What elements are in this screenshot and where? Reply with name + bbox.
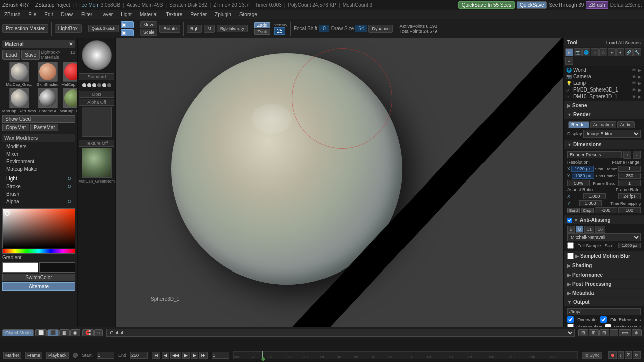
metadata-header[interactable]: ▶ Metadata bbox=[564, 289, 644, 297]
render-icon-sphere[interactable]: ▶ bbox=[637, 87, 642, 93]
intensity-value[interactable]: 25 bbox=[274, 27, 285, 35]
frame-button[interactable]: Frame bbox=[25, 352, 42, 359]
aa-btn-11[interactable]: 11 bbox=[584, 226, 594, 233]
aa-btn-16[interactable]: 16 bbox=[595, 226, 605, 233]
aa-section-header[interactable]: ▼ Anti-Aliasing bbox=[564, 216, 644, 224]
draw-size-value[interactable]: 64 bbox=[355, 25, 367, 32]
aspect-x-val[interactable]: 1.000 bbox=[583, 193, 606, 199]
modifier-icon[interactable]: 🔧 bbox=[633, 48, 641, 56]
render-tab[interactable]: Render bbox=[568, 121, 589, 128]
pivot-btn[interactable]: ⊕ bbox=[632, 329, 642, 336]
record-btn[interactable]: ⏺ bbox=[608, 351, 617, 359]
presets-add-icon[interactable]: + bbox=[623, 151, 631, 159]
menu-render[interactable]: Render bbox=[188, 11, 209, 18]
cache-result-checkbox[interactable] bbox=[605, 324, 611, 327]
render-icon-world[interactable]: ▶ bbox=[637, 68, 642, 73]
end-frame-input[interactable] bbox=[130, 352, 148, 359]
rgb-intensity-button[interactable]: Rgb Intensity bbox=[217, 25, 248, 32]
camera-item[interactable]: 📷 Camera 👁 ▶ bbox=[564, 73, 644, 80]
scene-section-header[interactable]: ▶ Scene bbox=[564, 101, 644, 110]
post-processing-header[interactable]: ▶ Post Processing bbox=[564, 280, 644, 288]
eye-icon-dm10[interactable]: 👁 bbox=[631, 94, 637, 99]
zsub-button[interactable]: Zsub bbox=[254, 29, 271, 35]
light-menu-item[interactable]: Light ↻ bbox=[2, 175, 75, 183]
mat-item-2[interactable]: SkinShaded bbox=[37, 62, 58, 87]
axis-lock-btn[interactable]: ⟂ bbox=[610, 329, 618, 336]
render-icon[interactable]: ▶ bbox=[565, 48, 573, 56]
object-icon[interactable]: ○ bbox=[591, 48, 599, 56]
frame-drop-btn[interactable]: ⧖ bbox=[625, 351, 632, 359]
alpha-refresh-icon[interactable]: ↻ bbox=[67, 199, 71, 204]
wax-modifiers-section[interactable]: Wax Modifiers bbox=[2, 134, 75, 142]
frame-rate-val[interactable]: 24 fps bbox=[618, 193, 641, 199]
eye-icon-camera[interactable]: 👁 bbox=[631, 74, 637, 79]
viewport[interactable]: Sphere3D_1 bbox=[116, 38, 564, 327]
mat-item-3[interactable]: MatCap Red bbox=[59, 62, 78, 87]
start-frame-value[interactable]: 1 bbox=[618, 166, 641, 172]
data-icon[interactable]: ≡ bbox=[565, 57, 573, 65]
performance-header[interactable]: ▶ Performance bbox=[564, 270, 644, 279]
render-icon-camera[interactable]: ▶ bbox=[637, 74, 642, 79]
dimensions-section-header[interactable]: ▼ Dimensions bbox=[564, 140, 644, 149]
start-frame-input[interactable] bbox=[97, 352, 114, 359]
world-icon[interactable]: ♦ bbox=[616, 48, 624, 56]
audio-tab[interactable]: Audio bbox=[617, 121, 635, 128]
display-select[interactable]: Image Editor bbox=[583, 130, 641, 138]
alpha-menu-item[interactable]: Alpha ↻ bbox=[2, 198, 75, 205]
menu-zbrush[interactable]: ZBrush bbox=[2, 11, 22, 18]
output-header[interactable]: ▼ Output bbox=[564, 298, 644, 306]
grid-btn-1[interactable]: ⊞ bbox=[578, 329, 588, 336]
aa-btn-8[interactable]: 8 bbox=[576, 226, 583, 233]
sphere3d-item[interactable]: ○ PM3D_Sphere3D_1 👁 ▶ bbox=[564, 86, 644, 93]
modifiers-item[interactable]: Modifiers bbox=[2, 143, 75, 150]
render-icon-lamp[interactable]: ▶ bbox=[637, 81, 642, 86]
animation-tab[interactable]: Animation bbox=[590, 121, 616, 128]
play-reverse-btn[interactable]: ◀◀ bbox=[170, 352, 181, 359]
move-button[interactable]: Move bbox=[140, 21, 157, 28]
end-frame-value[interactable]: 250 bbox=[618, 173, 641, 179]
copy-mat-button[interactable]: CopyMat bbox=[2, 124, 29, 131]
next-frame-btn[interactable]: ▶ bbox=[191, 352, 198, 359]
aspect-y-val[interactable]: 1.000 bbox=[579, 200, 602, 206]
rotate-button[interactable]: Rotate bbox=[159, 25, 180, 33]
wireframe-btn[interactable]: ⬜ bbox=[35, 329, 47, 336]
snap-btn[interactable]: 🧲 bbox=[82, 329, 94, 336]
quick-sketch-button[interactable]: Quick Sketch bbox=[88, 25, 119, 32]
zbrush-button[interactable]: ZBrush bbox=[586, 1, 608, 9]
zadd-button[interactable]: Zadd bbox=[254, 22, 271, 28]
current-frame-input[interactable] bbox=[212, 352, 229, 359]
lightbox-button[interactable]: LightBox bbox=[55, 24, 82, 33]
eye-icon-lamp[interactable]: 👁 bbox=[631, 81, 637, 86]
menu-draw[interactable]: Draw bbox=[59, 11, 75, 18]
rendered-btn[interactable]: ◉ bbox=[70, 329, 80, 336]
frame-step-value[interactable]: 1 bbox=[618, 180, 641, 186]
save-button[interactable]: Save bbox=[21, 50, 40, 60]
time-remap-from[interactable]: -100 bbox=[595, 207, 617, 213]
loop-btn[interactable]: ↻ bbox=[633, 351, 641, 359]
draw-mode2-button[interactable]: ▣ bbox=[121, 29, 134, 36]
play-btn[interactable]: ▶ bbox=[182, 352, 190, 359]
eye-icon-world[interactable]: 👁 bbox=[631, 68, 637, 73]
aa-filter-select[interactable]: Mitchell-Netravali bbox=[567, 233, 641, 241]
presets-remove-icon[interactable]: - bbox=[633, 151, 641, 159]
alternate-button[interactable]: Alternate bbox=[2, 282, 75, 291]
placeholders-checkbox[interactable] bbox=[567, 324, 574, 327]
sound-btn[interactable]: ♪ bbox=[618, 351, 624, 359]
bord-button[interactable]: Bord bbox=[567, 208, 580, 213]
motion-blur-checkbox[interactable] bbox=[567, 253, 574, 259]
mat-item-4[interactable]: MatCap_Red_Was bbox=[2, 88, 36, 113]
paste-mat-button[interactable]: PasteMat bbox=[30, 124, 58, 131]
show-used-button[interactable]: Show Used bbox=[2, 115, 75, 123]
dynamic-button[interactable]: Dynamic bbox=[368, 25, 393, 33]
output-path-field[interactable]: //tmp/ bbox=[567, 308, 641, 315]
lamp-item[interactable]: 💡 Lamp 👁 ▶ bbox=[564, 80, 644, 86]
hue-bar[interactable] bbox=[2, 249, 75, 254]
grid-btn-2[interactable]: ⊞ bbox=[589, 329, 599, 336]
coordinate-system-select[interactable]: Global bbox=[106, 329, 575, 337]
go-end-btn[interactable]: ⏭ bbox=[199, 352, 208, 359]
mat-item-1[interactable]: MatCap_Gre... bbox=[2, 62, 36, 87]
aa-btn-5[interactable]: 5 bbox=[567, 226, 575, 233]
motion-blur-header[interactable]: ▶ Sampled Motion Blur bbox=[564, 251, 644, 261]
resolution-pct[interactable]: 50% bbox=[567, 180, 590, 186]
focal-shift-value[interactable]: 0 bbox=[319, 25, 329, 32]
